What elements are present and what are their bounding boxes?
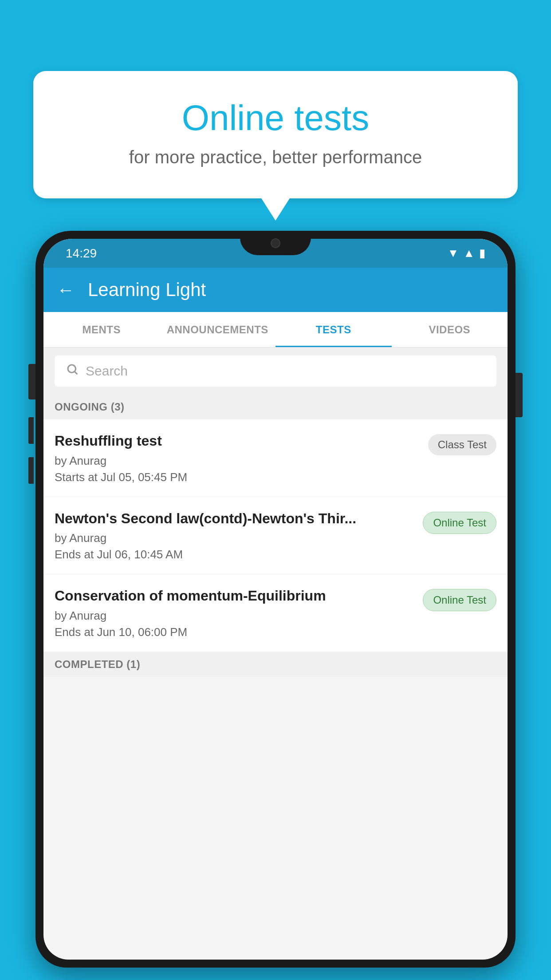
wifi-icon: ▼ [448, 246, 459, 260]
phone-screen: 14:29 ▼ ▲ ▮ ← Learning Light MENTS ANNOU… [43, 239, 508, 960]
test-badge-online: Online Test [423, 512, 496, 534]
tab-announcements[interactable]: ANNOUNCEMENTS [160, 312, 276, 347]
test-date: Ends at Jul 06, 10:45 AM [55, 548, 414, 561]
date-label: Starts at [55, 470, 98, 484]
search-placeholder: Search [86, 364, 128, 379]
front-camera [271, 238, 280, 248]
phone-outer: 14:29 ▼ ▲ ▮ ← Learning Light MENTS ANNOU… [35, 231, 516, 968]
speech-bubble-subtitle: for more practice, better performance [60, 147, 491, 167]
volume-down-button [28, 457, 34, 484]
test-item[interactable]: Conservation of momentum-Equilibrium by … [43, 574, 508, 652]
test-name: Conservation of momentum-Equilibrium [55, 587, 414, 605]
search-container: Search [43, 348, 508, 395]
status-icons: ▼ ▲ ▮ [448, 246, 485, 260]
completed-section-header: COMPLETED (1) [43, 652, 508, 677]
date-value: Jul 05, 05:45 PM [101, 470, 187, 484]
tab-videos[interactable]: VIDEOS [392, 312, 508, 347]
back-button[interactable]: ← [57, 280, 75, 300]
app-bar: ← Learning Light [43, 268, 508, 312]
date-value: Jul 06, 10:45 AM [97, 548, 183, 561]
test-by: by Anurag [55, 531, 414, 545]
search-box[interactable]: Search [55, 356, 496, 387]
battery-icon: ▮ [479, 246, 485, 260]
status-time: 14:29 [66, 246, 97, 261]
ongoing-section-header: ONGOING (3) [43, 395, 508, 419]
test-info: Reshuffling test by Anurag Starts at Jul… [55, 432, 428, 484]
tab-tests[interactable]: TESTS [276, 312, 392, 347]
test-date: Ends at Jun 10, 06:00 PM [55, 625, 414, 639]
signal-icon: ▲ [463, 246, 475, 260]
app-bar-title: Learning Light [88, 279, 206, 300]
notch [240, 231, 311, 255]
test-info: Newton's Second law(contd)-Newton's Thir… [55, 510, 423, 562]
test-name: Reshuffling test [55, 432, 419, 450]
test-badge-online-2: Online Test [423, 589, 496, 611]
tests-list: Reshuffling test by Anurag Starts at Jul… [43, 419, 508, 652]
search-icon [66, 363, 79, 379]
date-value: Jun 10, 06:00 PM [97, 625, 187, 639]
test-item[interactable]: Reshuffling test by Anurag Starts at Jul… [43, 419, 508, 497]
volume-up-button [28, 417, 34, 444]
speech-bubble-card: Online tests for more practice, better p… [33, 71, 518, 198]
tab-ments[interactable]: MENTS [43, 312, 160, 347]
speech-bubble-title: Online tests [60, 98, 491, 138]
date-label: Ends at [55, 625, 94, 639]
tabs-row: MENTS ANNOUNCEMENTS TESTS VIDEOS [43, 312, 508, 348]
phone-container: 14:29 ▼ ▲ ▮ ← Learning Light MENTS ANNOU… [35, 231, 516, 980]
test-by: by Anurag [55, 609, 414, 623]
test-info: Conservation of momentum-Equilibrium by … [55, 587, 423, 639]
test-badge-class: Class Test [428, 434, 496, 455]
svg-point-0 [68, 365, 76, 373]
test-item[interactable]: Newton's Second law(contd)-Newton's Thir… [43, 497, 508, 575]
test-date: Starts at Jul 05, 05:45 PM [55, 470, 419, 484]
test-name: Newton's Second law(contd)-Newton's Thir… [55, 510, 414, 528]
date-label: Ends at [55, 548, 94, 561]
svg-line-1 [75, 372, 77, 374]
test-by: by Anurag [55, 454, 419, 468]
